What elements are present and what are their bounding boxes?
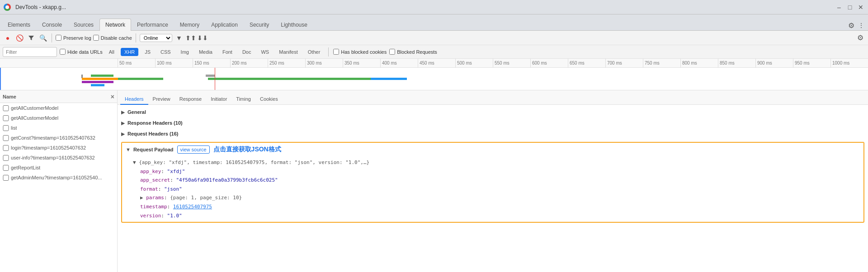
preserve-log-checkbox[interactable]	[56, 35, 61, 41]
filter-input[interactable]	[3, 47, 57, 57]
import-icon[interactable]: ⬆	[186, 33, 196, 43]
network-item-2[interactable]: list	[0, 123, 117, 133]
filter-xhr[interactable]: XHR	[121, 48, 138, 56]
tab-console[interactable]: Console	[36, 19, 68, 31]
filter-img[interactable]: Img	[177, 48, 193, 56]
blocked-requests-text: Blocked Requests	[397, 49, 437, 55]
tab-response[interactable]: Response	[175, 94, 207, 105]
network-item-7-checkbox[interactable]	[3, 175, 9, 181]
params-expand-icon[interactable]: ▶	[140, 195, 143, 201]
network-item-2-checkbox[interactable]	[3, 125, 9, 131]
disable-cache-label[interactable]: Disable cache	[93, 35, 132, 41]
disable-cache-checkbox[interactable]	[93, 35, 99, 41]
filter-ws[interactable]: WS	[257, 48, 273, 56]
timeline-bar-green1	[91, 75, 113, 77]
network-item-1-checkbox[interactable]	[3, 115, 9, 121]
network-item-5[interactable]: user-info?timestamp=1610525407632	[0, 153, 117, 163]
network-item-3-checkbox[interactable]	[3, 135, 9, 141]
tab-sources[interactable]: Sources	[68, 19, 99, 31]
tick-50: 50 ms	[118, 59, 155, 67]
response-headers-section-header[interactable]: ▶ Response Headers (10)	[118, 117, 868, 128]
payload-summary-row[interactable]: ▼ {app_key: "xfdj", timestamp: 161052540…	[129, 158, 863, 167]
network-item-6-checkbox[interactable]	[3, 165, 9, 171]
blocked-requests-label[interactable]: Blocked Requests	[389, 49, 437, 55]
export-icon[interactable]: ⬇	[198, 33, 208, 43]
tab-headers[interactable]: Headers	[120, 94, 148, 105]
blocked-cookies-checkbox[interactable]	[333, 49, 339, 55]
more-tools-icon[interactable]: ⋮	[856, 20, 866, 30]
tab-initiator[interactable]: Initiator	[206, 94, 231, 105]
preserve-log-label[interactable]: Preserve log	[56, 35, 91, 41]
hide-data-urls-text: Hide data URLs	[67, 49, 103, 55]
throttle-presets-icon[interactable]: ▼	[174, 33, 184, 43]
tab-elements[interactable]: Elements	[2, 19, 36, 31]
close-panel-button[interactable]: ×	[111, 93, 114, 100]
separator3	[328, 47, 329, 56]
filter-font[interactable]: Font	[219, 48, 236, 56]
network-item-3[interactable]: getConst?timestamp=1610525407632	[0, 133, 117, 143]
general-arrow: ▶	[121, 110, 125, 115]
network-item-0-checkbox[interactable]	[3, 105, 9, 111]
tab-preview[interactable]: Preview	[148, 94, 175, 105]
network-item-7[interactable]: getAdminMenu?timestamp=161052540...	[0, 173, 117, 183]
settings-icon[interactable]: ⚙	[846, 20, 856, 30]
request-headers-section-header[interactable]: ▶ Request Headers (16)	[118, 128, 868, 139]
filter-media[interactable]: Media	[195, 48, 216, 56]
filter-manifest[interactable]: Manifest	[275, 48, 302, 56]
search-icon[interactable]: 🔍	[38, 33, 48, 43]
request-payload-section: ▼ Request Payload view source 点击直接获取JSON…	[121, 142, 864, 223]
general-section-header[interactable]: ▶ General	[118, 107, 868, 117]
maximize-button[interactable]: □	[846, 4, 854, 11]
filter-all[interactable]: All	[105, 48, 118, 56]
title-bar-controls[interactable]: – □ ✕	[835, 4, 864, 11]
timeline-bar-blue2	[371, 78, 407, 80]
payload-expand-icon[interactable]: ▼	[133, 159, 136, 165]
tab-security[interactable]: Security	[244, 19, 275, 31]
tab-application[interactable]: Application	[205, 19, 244, 31]
timeline-bar-green2	[118, 78, 163, 80]
tick-550: 550 ms	[493, 59, 530, 67]
network-list-panel: Name × getAllCustomerModel getAllCustome…	[0, 90, 118, 272]
red-marker-line	[215, 68, 215, 90]
payload-section-label: Request Payload	[133, 147, 174, 152]
tab-cookies[interactable]: Cookies	[255, 94, 283, 105]
network-item-5-checkbox[interactable]	[3, 155, 9, 161]
toolbar-row1: ● 🚫 🔍 Preserve log Disable cache Online …	[0, 31, 868, 45]
filter-js[interactable]: JS	[141, 48, 154, 56]
tab-lighthouse[interactable]: Lighthouse	[275, 19, 313, 31]
network-item-0[interactable]: getAllCustomerModel	[0, 103, 117, 113]
network-settings-icon[interactable]: ⚙	[855, 33, 865, 43]
tab-timing[interactable]: Timing	[231, 94, 255, 105]
network-item-1[interactable]: getAllCustomerModel	[0, 113, 117, 123]
filter-icon[interactable]	[26, 33, 36, 43]
minimize-button[interactable]: –	[835, 4, 843, 11]
view-source-button[interactable]: view source	[177, 145, 210, 154]
tick-700: 700 ms	[605, 59, 643, 67]
filter-doc[interactable]: Doc	[239, 48, 255, 56]
hide-data-urls-checkbox[interactable]	[60, 49, 66, 55]
blocked-cookies-label[interactable]: Has blocked cookies	[333, 49, 387, 55]
tab-performance[interactable]: Performance	[131, 19, 174, 31]
network-item-4-checkbox[interactable]	[3, 145, 9, 151]
throttle-select[interactable]: Online Fast 3G Slow 3G Offline	[140, 34, 172, 42]
payload-field-app-key: app_key: "xfdj"	[137, 167, 863, 176]
tab-network[interactable]: Network	[99, 19, 131, 31]
tab-memory[interactable]: Memory	[174, 19, 205, 31]
filter-other[interactable]: Other	[304, 48, 324, 56]
clear-button[interactable]: 🚫	[14, 33, 24, 43]
tick-150: 150 ms	[193, 59, 230, 67]
tick-300: 300 ms	[305, 59, 343, 67]
time-marker-line	[0, 68, 1, 90]
network-item-4[interactable]: login?timestamp=1610525407632	[0, 143, 117, 153]
response-headers-label: Response Headers (10)	[127, 120, 183, 126]
close-button[interactable]: ✕	[857, 4, 864, 11]
top-tabs: Elements Console Sources Network Perform…	[0, 14, 868, 31]
detail-content: ▶ General ▶ Response Headers (10) ▶ Requ…	[118, 105, 868, 272]
network-item-6[interactable]: getReportList	[0, 163, 117, 173]
timeline-bars	[0, 68, 868, 90]
filter-css[interactable]: CSS	[157, 48, 175, 56]
network-item-4-name: login?timestamp=1610525407632	[11, 145, 86, 150]
record-button[interactable]: ●	[3, 33, 13, 43]
hide-data-urls-label[interactable]: Hide data URLs	[60, 49, 103, 55]
blocked-requests-checkbox[interactable]	[389, 49, 395, 55]
